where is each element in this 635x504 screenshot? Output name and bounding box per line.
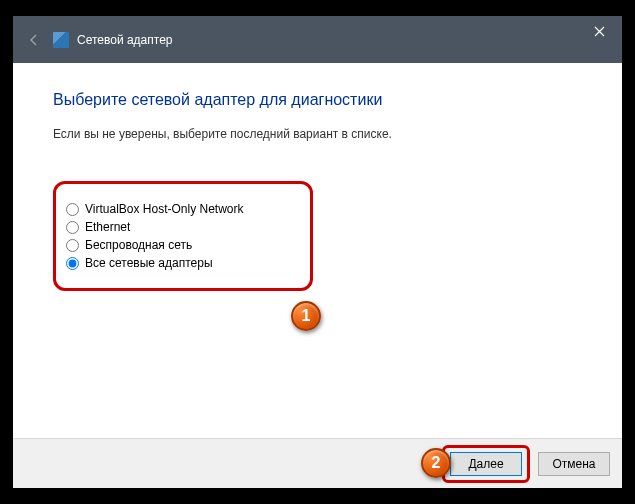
next-button[interactable]: Далее: [450, 452, 522, 476]
next-button-highlight: Далее: [442, 445, 530, 483]
back-icon[interactable]: [25, 31, 43, 49]
page-heading: Выберите сетевой адаптер для диагностики: [53, 91, 582, 109]
close-button[interactable]: [577, 16, 622, 46]
option-ethernet[interactable]: Ethernet: [66, 220, 298, 234]
option-wireless[interactable]: Беспроводная сеть: [66, 238, 298, 252]
option-label: Все сетевые адаптеры: [85, 256, 213, 270]
page-subtext: Если вы не уверены, выберите последний в…: [53, 127, 582, 141]
titlebar: Сетевой адаптер: [13, 16, 622, 63]
option-label: VirtualBox Host-Only Network: [85, 202, 244, 216]
option-all-adapters[interactable]: Все сетевые адаптеры: [66, 256, 298, 270]
adapter-options-group: VirtualBox Host-Only Network Ethernet Бе…: [53, 181, 313, 291]
option-label: Беспроводная сеть: [85, 238, 192, 252]
cancel-button[interactable]: Отмена: [538, 452, 610, 476]
radio-input[interactable]: [66, 203, 79, 216]
option-label: Ethernet: [85, 220, 130, 234]
annotation-marker-2: 2: [421, 448, 451, 478]
annotation-marker-1: 1: [291, 301, 321, 331]
radio-input[interactable]: [66, 257, 79, 270]
window-title: Сетевой адаптер: [77, 33, 172, 47]
option-virtualbox[interactable]: VirtualBox Host-Only Network: [66, 202, 298, 216]
content-area: Выберите сетевой адаптер для диагностики…: [13, 63, 622, 438]
radio-input[interactable]: [66, 239, 79, 252]
network-adapter-icon: [53, 32, 69, 48]
footer-bar: Далее Отмена: [13, 438, 622, 488]
wizard-window: Сетевой адаптер Выберите сетевой адаптер…: [13, 16, 622, 488]
radio-input[interactable]: [66, 221, 79, 234]
